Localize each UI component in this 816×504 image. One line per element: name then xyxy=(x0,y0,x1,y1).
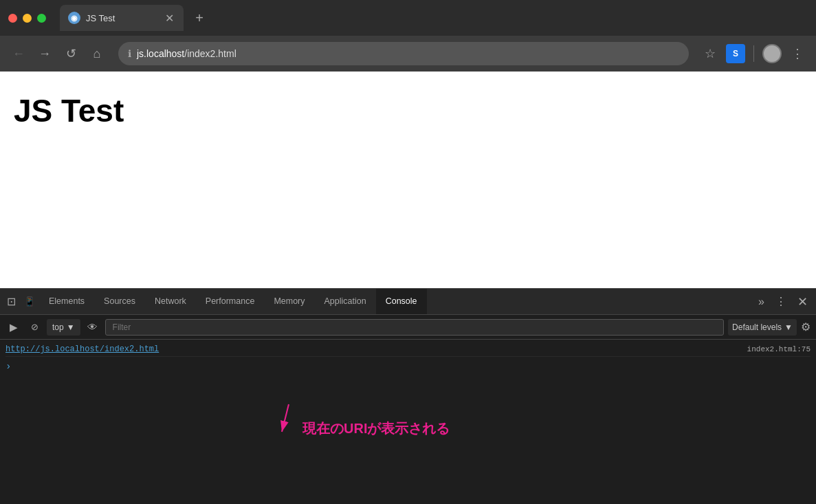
tab-memory[interactable]: Memory xyxy=(264,289,314,315)
console-toolbar: ▶ ⊘ top ▼ 👁 Default levels ▼ ⚙ xyxy=(0,315,816,340)
eye-icon: 👁 xyxy=(87,321,98,333)
levels-arrow-icon: ▼ xyxy=(784,322,793,332)
console-output: http://js.localhost/index2.html index2.h… xyxy=(0,340,816,377)
navbar-separator xyxy=(753,45,754,62)
console-input-line[interactable]: › xyxy=(5,358,811,375)
svg-line-1 xyxy=(282,404,289,432)
tab-console[interactable]: Console xyxy=(376,289,427,315)
address-bar[interactable]: ℹ js.localhost/index2.html xyxy=(118,42,689,65)
devtools-tab-bar: ⊡ 📱 Elements Sources Network Performance… xyxy=(0,289,816,315)
console-gear-button[interactable]: ⚙ xyxy=(801,320,811,333)
execute-icon: ▶ xyxy=(10,321,18,333)
console-tab-label: Console xyxy=(386,296,417,306)
reload-button[interactable]: ↺ xyxy=(60,43,81,64)
devtools-panel: ⊡ 📱 Elements Sources Network Performance… xyxy=(0,288,816,504)
profile-avatar[interactable] xyxy=(762,44,782,63)
tab-application[interactable]: Application xyxy=(315,289,376,315)
star-icon: ☆ xyxy=(705,46,716,61)
menu-icon: ⋮ xyxy=(791,46,804,61)
back-button[interactable]: ← xyxy=(8,43,29,64)
context-label: top xyxy=(52,322,64,332)
devtools-settings-button[interactable]: ⋮ xyxy=(770,295,792,308)
context-arrow-icon: ▼ xyxy=(67,322,75,332)
console-log-file: index2.html:75 xyxy=(747,345,811,353)
devtools-inspect-icon[interactable]: ⊡ xyxy=(3,292,20,311)
maximize-traffic-light[interactable] xyxy=(37,14,46,23)
tab-title: JS Test xyxy=(86,13,157,23)
forward-icon: → xyxy=(38,47,51,61)
tab-favicon: ◉ xyxy=(68,12,80,24)
back-icon: ← xyxy=(12,47,25,61)
home-icon: ⌂ xyxy=(93,47,101,61)
titlebar: ◉ JS Test ✕ + xyxy=(0,0,816,36)
navbar: ← → ↺ ⌂ ℹ js.localhost/index2.html ☆ S ⋮ xyxy=(0,36,816,72)
traffic-lights xyxy=(8,14,46,23)
reload-icon: ↺ xyxy=(66,46,76,61)
page-heading: JS Test xyxy=(14,92,802,129)
tab-performance[interactable]: Performance xyxy=(196,289,265,315)
block-icon: ⊘ xyxy=(31,322,38,332)
console-levels-selector[interactable]: Default levels ▼ xyxy=(728,319,797,336)
console-eye-button[interactable]: 👁 xyxy=(85,319,101,336)
forward-button[interactable]: → xyxy=(34,43,55,64)
extension-button[interactable]: S xyxy=(726,44,745,63)
console-context-selector[interactable]: top ▼ xyxy=(47,319,80,336)
console-prompt-icon: › xyxy=(5,361,11,372)
browser-menu-button[interactable]: ⋮ xyxy=(787,43,808,64)
tab-sources[interactable]: Sources xyxy=(94,289,145,315)
tab-network[interactable]: Network xyxy=(145,289,196,315)
console-filter-input[interactable] xyxy=(105,319,724,336)
bookmark-button[interactable]: ☆ xyxy=(700,43,720,64)
console-log-url[interactable]: http://js.localhost/index2.html xyxy=(5,344,159,354)
minimize-traffic-light[interactable] xyxy=(23,14,32,23)
tab-close-button[interactable]: ✕ xyxy=(163,12,175,24)
tab-bar: ◉ JS Test ✕ + xyxy=(60,5,808,31)
levels-label: Default levels xyxy=(732,322,782,332)
devtools-close-button[interactable]: ✕ xyxy=(792,294,813,309)
new-tab-button[interactable]: + xyxy=(189,8,210,28)
home-button[interactable]: ⌂ xyxy=(87,43,107,64)
address-path: /index2.html xyxy=(184,48,236,59)
tab-elements[interactable]: Elements xyxy=(39,289,94,315)
annotation-text: 現在のURIが表示される xyxy=(302,419,450,438)
console-block-button[interactable]: ⊘ xyxy=(26,319,43,336)
devtools-device-icon[interactable]: 📱 xyxy=(20,294,39,309)
devtools-more-button[interactable]: » xyxy=(753,296,770,308)
console-log-entry: http://js.localhost/index2.html index2.h… xyxy=(5,342,811,357)
console-execute-button[interactable]: ▶ xyxy=(5,319,22,336)
close-traffic-light[interactable] xyxy=(8,14,17,23)
address-text: js.localhost/index2.html xyxy=(137,48,236,59)
address-host: js.localhost xyxy=(137,48,184,59)
browser-tab[interactable]: ◉ JS Test ✕ xyxy=(60,5,184,31)
extension-label: S xyxy=(733,49,738,58)
page-content: JS Test xyxy=(0,72,816,288)
info-icon: ℹ xyxy=(128,48,131,59)
